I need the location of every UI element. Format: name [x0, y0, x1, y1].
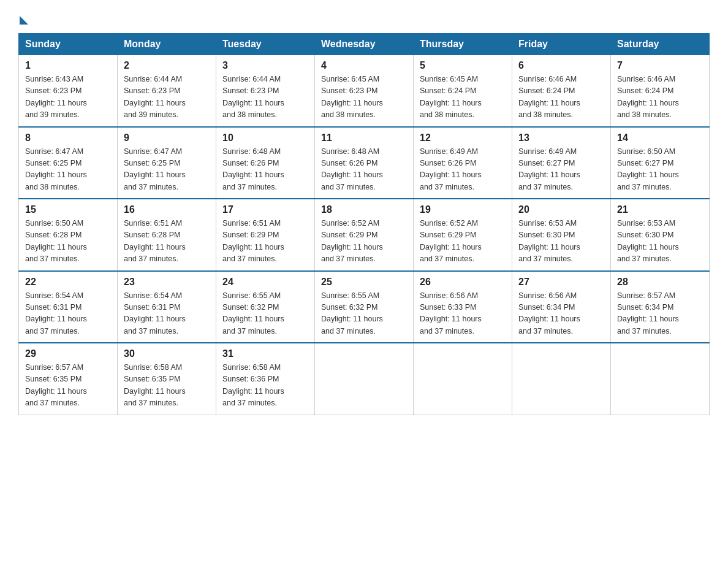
logo-arrow-icon	[20, 16, 28, 25]
day-info: Sunrise: 6:47 AMSunset: 6:25 PMDaylight:…	[25, 146, 111, 194]
day-info: Sunrise: 6:51 AMSunset: 6:28 PMDaylight:…	[124, 218, 210, 266]
day-info: Sunrise: 6:53 AMSunset: 6:30 PMDaylight:…	[617, 218, 703, 266]
day-info: Sunrise: 6:54 AMSunset: 6:31 PMDaylight:…	[25, 290, 111, 338]
weekday-header-monday: Monday	[118, 34, 216, 55]
calendar-cell: 20Sunrise: 6:53 AMSunset: 6:30 PMDayligh…	[512, 199, 611, 271]
day-number: 6	[518, 60, 604, 71]
weekday-header-friday: Friday	[512, 34, 611, 55]
day-number: 15	[25, 204, 111, 215]
day-number: 19	[420, 204, 506, 215]
weekday-header-row: SundayMondayTuesdayWednesdayThursdayFrid…	[19, 34, 710, 55]
day-number: 25	[321, 277, 407, 288]
day-info: Sunrise: 6:48 AMSunset: 6:26 PMDaylight:…	[222, 146, 308, 194]
calendar-cell: 19Sunrise: 6:52 AMSunset: 6:29 PMDayligh…	[414, 199, 512, 271]
day-info: Sunrise: 6:50 AMSunset: 6:28 PMDaylight:…	[25, 218, 111, 266]
day-info: Sunrise: 6:52 AMSunset: 6:29 PMDaylight:…	[420, 218, 506, 266]
day-info: Sunrise: 6:51 AMSunset: 6:29 PMDaylight:…	[222, 218, 308, 266]
calendar-cell: 9Sunrise: 6:47 AMSunset: 6:25 PMDaylight…	[118, 127, 216, 199]
calendar-cell: 16Sunrise: 6:51 AMSunset: 6:28 PMDayligh…	[118, 199, 216, 271]
calendar-cell: 30Sunrise: 6:58 AMSunset: 6:35 PMDayligh…	[118, 343, 216, 415]
day-number: 3	[222, 60, 308, 71]
day-number: 12	[420, 132, 506, 144]
calendar-cell: 4Sunrise: 6:45 AMSunset: 6:23 PMDaylight…	[315, 55, 414, 127]
day-number: 18	[321, 204, 407, 215]
day-number: 16	[124, 204, 210, 215]
day-number: 22	[25, 277, 111, 288]
weekday-header-thursday: Thursday	[414, 34, 512, 55]
calendar-cell: 29Sunrise: 6:57 AMSunset: 6:35 PMDayligh…	[19, 343, 118, 415]
calendar-cell: 10Sunrise: 6:48 AMSunset: 6:26 PMDayligh…	[216, 127, 315, 199]
day-number: 7	[617, 60, 703, 71]
day-number: 1	[25, 60, 111, 71]
calendar-cell: 6Sunrise: 6:46 AMSunset: 6:24 PMDaylight…	[512, 55, 611, 127]
day-info: Sunrise: 6:54 AMSunset: 6:31 PMDaylight:…	[124, 290, 210, 338]
day-info: Sunrise: 6:46 AMSunset: 6:24 PMDaylight:…	[617, 74, 703, 121]
day-info: Sunrise: 6:49 AMSunset: 6:26 PMDaylight:…	[420, 146, 506, 194]
calendar-cell: 18Sunrise: 6:52 AMSunset: 6:29 PMDayligh…	[315, 199, 414, 271]
calendar-cell: 24Sunrise: 6:55 AMSunset: 6:32 PMDayligh…	[216, 271, 315, 343]
day-number: 8	[25, 132, 111, 144]
day-info: Sunrise: 6:43 AMSunset: 6:23 PMDaylight:…	[25, 74, 111, 121]
calendar-cell: 28Sunrise: 6:57 AMSunset: 6:34 PMDayligh…	[611, 271, 710, 343]
day-info: Sunrise: 6:56 AMSunset: 6:34 PMDaylight:…	[518, 290, 604, 338]
day-number: 20	[518, 204, 604, 215]
day-info: Sunrise: 6:57 AMSunset: 6:34 PMDaylight:…	[617, 290, 703, 338]
day-info: Sunrise: 6:47 AMSunset: 6:25 PMDaylight:…	[124, 146, 210, 194]
day-number: 28	[617, 277, 703, 288]
calendar-cell: 15Sunrise: 6:50 AMSunset: 6:28 PMDayligh…	[19, 199, 118, 271]
day-info: Sunrise: 6:55 AMSunset: 6:32 PMDaylight:…	[321, 290, 407, 338]
logo	[18, 12, 28, 21]
calendar-cell: 5Sunrise: 6:45 AMSunset: 6:24 PMDaylight…	[414, 55, 512, 127]
page-header	[18, 12, 710, 21]
calendar-cell: 7Sunrise: 6:46 AMSunset: 6:24 PMDaylight…	[611, 55, 710, 127]
day-number: 17	[222, 204, 308, 215]
day-number: 11	[321, 132, 407, 144]
day-number: 29	[25, 348, 111, 359]
calendar-week-row-2: 8Sunrise: 6:47 AMSunset: 6:25 PMDaylight…	[19, 127, 710, 199]
calendar-table: SundayMondayTuesdayWednesdayThursdayFrid…	[18, 33, 710, 415]
calendar-week-row-5: 29Sunrise: 6:57 AMSunset: 6:35 PMDayligh…	[19, 343, 710, 415]
weekday-header-saturday: Saturday	[611, 34, 710, 55]
calendar-cell: 27Sunrise: 6:56 AMSunset: 6:34 PMDayligh…	[512, 271, 611, 343]
day-info: Sunrise: 6:56 AMSunset: 6:33 PMDaylight:…	[420, 290, 506, 338]
calendar-cell: 17Sunrise: 6:51 AMSunset: 6:29 PMDayligh…	[216, 199, 315, 271]
day-info: Sunrise: 6:44 AMSunset: 6:23 PMDaylight:…	[222, 74, 308, 121]
calendar-cell: 11Sunrise: 6:48 AMSunset: 6:26 PMDayligh…	[315, 127, 414, 199]
day-info: Sunrise: 6:58 AMSunset: 6:35 PMDaylight:…	[124, 362, 210, 410]
day-number: 31	[222, 348, 308, 359]
day-number: 23	[124, 277, 210, 288]
day-number: 9	[124, 132, 210, 144]
calendar-cell	[512, 343, 611, 415]
day-info: Sunrise: 6:53 AMSunset: 6:30 PMDaylight:…	[518, 218, 604, 266]
weekday-header-tuesday: Tuesday	[216, 34, 315, 55]
day-info: Sunrise: 6:49 AMSunset: 6:27 PMDaylight:…	[518, 146, 604, 194]
calendar-cell: 22Sunrise: 6:54 AMSunset: 6:31 PMDayligh…	[19, 271, 118, 343]
day-info: Sunrise: 6:46 AMSunset: 6:24 PMDaylight:…	[518, 74, 604, 121]
day-number: 4	[321, 60, 407, 71]
calendar-cell: 26Sunrise: 6:56 AMSunset: 6:33 PMDayligh…	[414, 271, 512, 343]
day-info: Sunrise: 6:50 AMSunset: 6:27 PMDaylight:…	[617, 146, 703, 194]
day-number: 14	[617, 132, 703, 144]
calendar-cell: 25Sunrise: 6:55 AMSunset: 6:32 PMDayligh…	[315, 271, 414, 343]
day-info: Sunrise: 6:44 AMSunset: 6:23 PMDaylight:…	[124, 74, 210, 121]
day-info: Sunrise: 6:48 AMSunset: 6:26 PMDaylight:…	[321, 146, 407, 194]
day-number: 2	[124, 60, 210, 71]
day-info: Sunrise: 6:45 AMSunset: 6:23 PMDaylight:…	[321, 74, 407, 121]
day-number: 13	[518, 132, 604, 144]
day-info: Sunrise: 6:45 AMSunset: 6:24 PMDaylight:…	[420, 74, 506, 121]
calendar-cell: 12Sunrise: 6:49 AMSunset: 6:26 PMDayligh…	[414, 127, 512, 199]
calendar-week-row-1: 1Sunrise: 6:43 AMSunset: 6:23 PMDaylight…	[19, 55, 710, 127]
day-number: 10	[222, 132, 308, 144]
calendar-cell	[611, 343, 710, 415]
calendar-cell: 2Sunrise: 6:44 AMSunset: 6:23 PMDaylight…	[118, 55, 216, 127]
calendar-cell: 13Sunrise: 6:49 AMSunset: 6:27 PMDayligh…	[512, 127, 611, 199]
calendar-cell: 3Sunrise: 6:44 AMSunset: 6:23 PMDaylight…	[216, 55, 315, 127]
calendar-cell: 21Sunrise: 6:53 AMSunset: 6:30 PMDayligh…	[611, 199, 710, 271]
calendar-cell: 23Sunrise: 6:54 AMSunset: 6:31 PMDayligh…	[118, 271, 216, 343]
calendar-cell: 1Sunrise: 6:43 AMSunset: 6:23 PMDaylight…	[19, 55, 118, 127]
calendar-week-row-3: 15Sunrise: 6:50 AMSunset: 6:28 PMDayligh…	[19, 199, 710, 271]
weekday-header-wednesday: Wednesday	[315, 34, 414, 55]
calendar-cell: 31Sunrise: 6:58 AMSunset: 6:36 PMDayligh…	[216, 343, 315, 415]
calendar-cell	[414, 343, 512, 415]
day-number: 30	[124, 348, 210, 359]
